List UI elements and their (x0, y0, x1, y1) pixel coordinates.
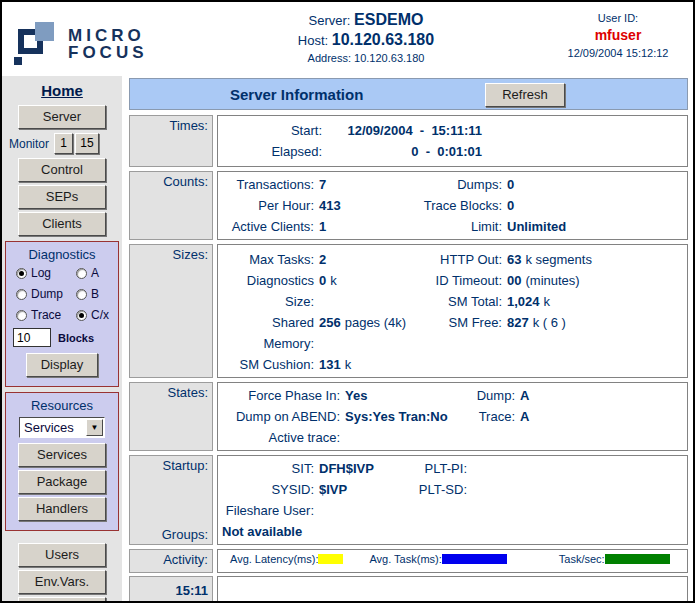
services-button[interactable]: Services (18, 443, 106, 467)
monitor-label: Monitor (9, 137, 49, 151)
diag-size-label: Diagnostics Size: (222, 270, 314, 312)
radio-a-label: A (91, 266, 99, 280)
app-window: MICRO FOCUS Server: ESDEMO Host: 10.120.… (0, 0, 695, 603)
home-link[interactable]: Home (2, 82, 122, 99)
per-hour-value: 413 (319, 195, 341, 216)
chevron-down-icon[interactable]: ▼ (86, 419, 103, 436)
radio-log-circle[interactable] (16, 268, 27, 279)
header: MICRO FOCUS Server: ESDEMO Host: 10.120.… (2, 2, 693, 76)
trace-blocks-value: 0 (507, 195, 514, 216)
sizes-content: Max Tasks:2 Diagnostics Size:0k Shared M… (217, 244, 688, 378)
shared-memory-value: 256 (319, 312, 341, 354)
radio-trace-circle[interactable] (16, 310, 27, 321)
radio-b-label: B (91, 287, 99, 301)
shared-memory-suffix: pages (4k) (345, 312, 406, 354)
users-button[interactable]: Users (18, 543, 106, 567)
timeline-time-label: 15:11 (129, 576, 213, 603)
radio-b-circle[interactable] (76, 289, 87, 300)
radio-b[interactable]: B (76, 287, 118, 301)
task-color-swatch (442, 554, 507, 564)
groups-value: Not available (222, 521, 687, 542)
radio-a-circle[interactable] (76, 268, 87, 279)
sizes-label: Sizes: (129, 244, 213, 378)
monitor-interval-button-15[interactable]: 15 (75, 133, 99, 154)
control-button[interactable]: Control (18, 158, 106, 182)
clients-button[interactable]: Clients (18, 212, 106, 236)
active-clients-value: 1 (319, 216, 326, 237)
radio-cx-circle[interactable] (76, 310, 87, 321)
force-phase-in-value: Yes (345, 385, 367, 406)
dump-state-label: Dump: (452, 385, 515, 406)
diag-size-value: 0 (319, 270, 326, 312)
startup-content: SIT:DFH$IVP SYSID:$IVP Fileshare User: P… (217, 455, 688, 545)
server-label: Server: (309, 13, 351, 28)
radio-dump[interactable]: Dump (16, 287, 76, 301)
user-id-value: mfuser (543, 27, 693, 43)
seps-button[interactable]: SEPs (18, 185, 106, 209)
dumps-label: Dumps: (412, 174, 502, 195)
resources-select[interactable]: Services ▼ (19, 417, 105, 438)
server-button[interactable]: Server (18, 105, 106, 129)
limit-value: Unlimited (507, 216, 566, 237)
http-out-suffix: k segments (525, 249, 591, 270)
micro-focus-logo-icon (14, 20, 60, 68)
blocks-row: Blocks (6, 328, 118, 347)
radio-dump-circle[interactable] (16, 289, 27, 300)
main-area: Server Information Refresh Times: Start:… (122, 76, 693, 603)
shared-memory-label: Shared Memory: (222, 312, 314, 354)
sit-value: DFH$IVP (319, 458, 374, 479)
diagnostics-title: Diagnostics (6, 247, 118, 262)
chguser-button[interactable]: Chg.User (18, 597, 106, 603)
radio-trace[interactable]: Trace (16, 308, 76, 322)
monitor-interval-button-1[interactable]: 1 (54, 133, 73, 154)
sysid-label: SYSID: (222, 479, 314, 500)
page-title: Server Information (230, 86, 363, 103)
envvars-button[interactable]: Env.Vars. (18, 570, 106, 594)
handlers-button[interactable]: Handlers (18, 497, 106, 521)
max-tasks-value: 2 (319, 249, 326, 270)
sm-cushion-value: 131 (319, 354, 341, 375)
force-phase-in-label: Force Phase In: (222, 385, 340, 406)
active-trace-label: Active trace: (222, 427, 340, 448)
radio-a[interactable]: A (76, 266, 118, 280)
states-label: States: (129, 382, 213, 451)
host-label: Host: (298, 33, 328, 48)
package-button[interactable]: Package (18, 470, 106, 494)
activity-content: Avg. Latency(ms): Avg. Task(ms): Task/se… (217, 549, 688, 573)
trace-blocks-label: Trace Blocks: (412, 195, 502, 216)
active-clients-label: Active Clients: (222, 216, 314, 237)
radio-cx[interactable]: C/x (76, 308, 118, 322)
radio-trace-label: Trace (31, 308, 61, 322)
fileshare-user-label: Fileshare User: (222, 500, 314, 521)
task-sec-label: Task/sec: (559, 553, 605, 565)
limit-label: Limit: (412, 216, 502, 237)
activity-label: Activity: (129, 549, 213, 573)
radio-log[interactable]: Log (16, 266, 76, 280)
trace-state-label: Trace: (452, 406, 515, 427)
resources-panel: Resources Services ▼ Services Package Ha… (5, 392, 119, 531)
sm-free-value: 827 (507, 312, 529, 333)
dump-state-value: A (520, 385, 529, 406)
activity-legend: Avg. Latency(ms): Avg. Task(ms): Task/se… (218, 550, 687, 568)
login-timestamp: 12/09/2004 15:12:12 (543, 47, 693, 59)
title-bar-top: Server Information Refresh (129, 78, 688, 110)
max-tasks-label: Max Tasks: (222, 249, 314, 270)
elapsed-value: 0 - 0:01:01 (322, 141, 482, 162)
radio-log-label: Log (31, 266, 51, 280)
dump-on-abend-label: Dump on ABEND: (222, 406, 340, 427)
diagnostics-radio-group: Log A Dump B (6, 266, 118, 322)
resources-select-value: Services (20, 420, 86, 435)
start-value: 12/09/2004 - 15:11:11 (322, 120, 482, 141)
id-timeout-value: 00 (507, 270, 521, 291)
times-row: Times: Start: 12/09/2004 - 15:11:11 Elap… (129, 115, 688, 167)
groups-label: Groups: (134, 527, 208, 542)
counts-label: Counts: (129, 171, 213, 240)
sm-total-value: 1,024 (507, 291, 540, 312)
blocks-input[interactable] (13, 328, 51, 347)
dumps-value: 0 (507, 174, 514, 195)
avg-latency-label: Avg. Latency(ms): (230, 553, 318, 565)
refresh-button-top[interactable]: Refresh (485, 83, 565, 107)
display-button[interactable]: Display (26, 353, 98, 377)
sidebar: Home Server Monitor 1 15 Control SEPs Cl… (2, 76, 122, 603)
http-out-value: 63 (507, 249, 521, 270)
